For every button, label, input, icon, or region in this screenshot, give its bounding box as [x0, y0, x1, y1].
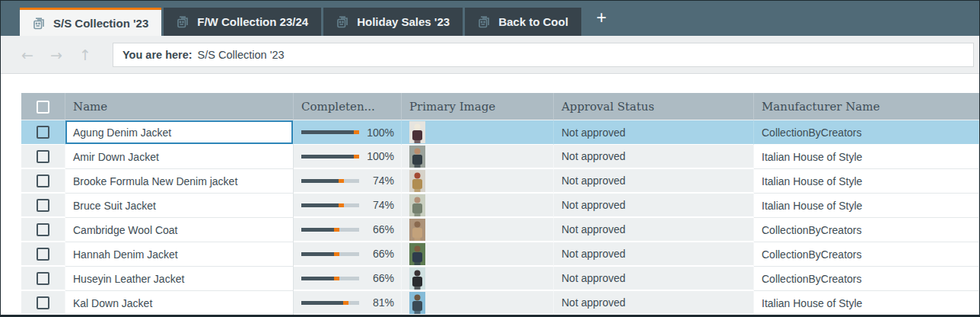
app-window: S/S Collection '23F/W Collection 23/24Ho…: [0, 0, 980, 317]
completeness-bar: [301, 277, 359, 280]
approval-status-cell: Not approved: [554, 218, 754, 242]
collection-stack-icon: [33, 17, 46, 30]
completeness-value: 66%: [359, 272, 394, 284]
completeness-cell: 74%: [294, 169, 402, 194]
table-row: Cambridge Wool Coat66%Not approvedCollec…: [21, 218, 979, 242]
name-cell[interactable]: Bruce Suit Jacket: [65, 194, 294, 218]
column-header-manufacturer-name[interactable]: Manufacturer Name: [754, 93, 979, 120]
row-select-cell[interactable]: [21, 218, 65, 242]
name-cell[interactable]: Cambridge Wool Coat: [65, 218, 294, 242]
name-cell[interactable]: Hannah Denim Jacket: [65, 242, 294, 267]
collection-stack-icon: [177, 15, 189, 28]
manufacturer-name-cell[interactable]: CollectionByCreators: [754, 120, 979, 145]
completeness-cell: 66%: [294, 267, 402, 291]
name-cell[interactable]: Amir Down Jacket: [65, 145, 294, 169]
tab-f-w-collection-23-24[interactable]: F/W Collection 23/24: [164, 8, 321, 36]
approval-status-cell: Not approved: [554, 169, 754, 194]
primary-image-cell[interactable]: [402, 242, 554, 267]
column-header-primary-image[interactable]: Primary Image: [402, 93, 554, 120]
completeness-bar: [301, 155, 359, 158]
tab-label: S/S Collection '23: [53, 17, 148, 30]
name-cell[interactable]: Brooke Formula New Denim jacket: [65, 169, 294, 194]
manufacturer-name-cell[interactable]: CollectionByCreators: [754, 267, 979, 291]
row-select-cell[interactable]: [21, 169, 65, 194]
column-header-name[interactable]: Name: [65, 93, 294, 120]
completeness-value: 100%: [359, 150, 394, 162]
completeness-value: 74%: [359, 175, 394, 187]
completeness-cell: 100%: [294, 145, 402, 169]
name-edit-input[interactable]: Agung Denim Jacket: [65, 120, 293, 144]
completeness-bar: [301, 203, 359, 207]
row-checkbox[interactable]: [37, 199, 49, 212]
product-thumbnail: [409, 219, 425, 241]
manufacturer-name-cell[interactable]: Italian House of Style: [754, 169, 979, 194]
primary-image-cell[interactable]: [402, 194, 554, 218]
product-thumbnail: [409, 194, 425, 216]
completeness-cell: 66%: [294, 242, 402, 267]
row-checkbox[interactable]: [37, 126, 49, 139]
row-checkbox[interactable]: [37, 223, 49, 236]
completeness-value: 74%: [359, 199, 394, 211]
product-thumbnail: [409, 170, 425, 192]
row-checkbox[interactable]: [37, 248, 49, 261]
column-header-completeness[interactable]: Completen...: [294, 93, 402, 120]
table-row: Amir Down Jacket100%Not approvedItalian …: [21, 145, 979, 169]
up-icon[interactable]: ↑: [79, 46, 108, 63]
forward-icon[interactable]: →: [50, 46, 79, 63]
primary-image-cell[interactable]: [402, 145, 554, 169]
select-all-checkbox[interactable]: [37, 101, 49, 114]
primary-image-cell[interactable]: [402, 267, 554, 291]
tab-holiday-sales-23[interactable]: Holiday Sales '23: [323, 8, 463, 36]
approval-status-cell: Not approved: [554, 120, 754, 145]
completeness-value: 81%: [359, 296, 394, 309]
tab-label: F/W Collection 23/24: [197, 15, 308, 28]
name-cell[interactable]: Agung Denim Jacket: [65, 120, 294, 145]
manufacturer-name-cell[interactable]: Italian House of Style: [754, 194, 979, 218]
row-select-cell[interactable]: [21, 291, 65, 315]
name-cell[interactable]: Huseyin Leather Jacket: [65, 267, 294, 291]
primary-image-cell[interactable]: [402, 169, 554, 194]
tab-back-to-cool[interactable]: Back to Cool: [465, 8, 581, 36]
completeness-cell: 74%: [294, 194, 402, 218]
manufacturer-name-cell[interactable]: CollectionByCreators: [754, 218, 979, 242]
completeness-bar: [301, 252, 359, 256]
completeness-bar: [301, 301, 359, 305]
approval-status-cell: Not approved: [554, 242, 754, 267]
completeness-cell: 81%: [294, 291, 402, 315]
collection-stack-icon: [336, 15, 349, 28]
product-thumbnail: [409, 121, 425, 143]
table-row: Huseyin Leather Jacket66%Not approvedCol…: [21, 267, 979, 291]
primary-image-cell[interactable]: [402, 120, 554, 145]
new-tab-button[interactable]: +: [597, 8, 606, 30]
back-icon[interactable]: ←: [21, 46, 50, 63]
row-select-cell[interactable]: [21, 120, 65, 145]
completeness-cell: 100%: [294, 120, 402, 145]
row-select-cell[interactable]: [21, 145, 65, 169]
row-select-cell[interactable]: [21, 267, 65, 291]
manufacturer-name-cell[interactable]: CollectionByCreators: [754, 242, 979, 267]
row-checkbox[interactable]: [37, 150, 49, 163]
grid-header-row: NameCompleten...Primary ImageApproval St…: [21, 93, 979, 120]
row-select-cell[interactable]: [21, 242, 65, 267]
completeness-cell: 66%: [294, 218, 402, 242]
row-select-cell[interactable]: [21, 194, 65, 218]
row-checkbox[interactable]: [37, 175, 49, 187]
product-thumbnail: [409, 292, 425, 314]
breadcrumb[interactable]: You are here: S/S Collection '23: [113, 43, 974, 67]
approval-status-cell: Not approved: [554, 291, 754, 315]
collection-stack-icon: [478, 15, 491, 28]
column-header-approval-status[interactable]: Approval Status: [554, 93, 754, 120]
row-checkbox[interactable]: [37, 272, 49, 285]
approval-status-cell: Not approved: [554, 194, 754, 218]
manufacturer-name-cell[interactable]: Italian House of Style: [754, 291, 979, 315]
select-all-header[interactable]: [21, 93, 65, 120]
name-cell[interactable]: Kal Down Jacket: [65, 291, 294, 315]
primary-image-cell[interactable]: [402, 291, 554, 315]
primary-image-cell[interactable]: [402, 218, 554, 242]
approval-status-cell: Not approved: [554, 145, 754, 169]
completeness-bar: [301, 228, 359, 232]
row-checkbox[interactable]: [37, 296, 49, 309]
tab-label: Back to Cool: [498, 15, 568, 28]
tab-s-s-collection-23[interactable]: S/S Collection '23: [20, 8, 161, 36]
manufacturer-name-cell[interactable]: Italian House of Style: [754, 145, 979, 169]
